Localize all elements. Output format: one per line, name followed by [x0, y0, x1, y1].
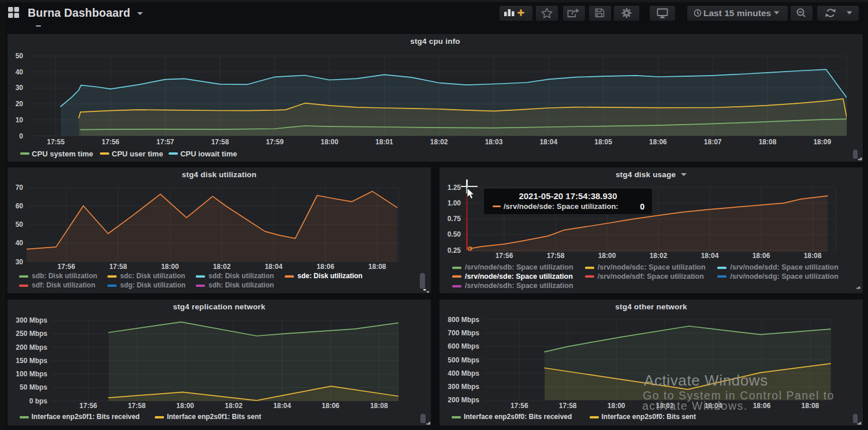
svg-text:20: 20	[16, 100, 24, 108]
svg-text:18:02: 18:02	[213, 263, 231, 271]
svg-text:50 Mbps: 50 Mbps	[20, 383, 47, 391]
svg-text:17:56: 17:56	[102, 138, 120, 146]
svg-text:18:03: 18:03	[485, 138, 503, 146]
svg-text:250 Mbps: 250 Mbps	[16, 330, 47, 338]
svg-text:18:02: 18:02	[430, 138, 448, 146]
svg-text:17:56: 17:56	[511, 402, 528, 410]
svg-text:18:07: 18:07	[704, 138, 722, 146]
svg-text:50: 50	[16, 220, 24, 229]
svg-text:18:00: 18:00	[598, 252, 616, 260]
svg-text:17:56: 17:56	[80, 402, 98, 410]
svg-text:18:05: 18:05	[594, 138, 612, 146]
svg-text:300 Mbps: 300 Mbps	[16, 316, 47, 324]
svg-text:40: 40	[16, 239, 24, 247]
svg-text:17:58: 17:58	[211, 138, 229, 146]
svg-text:18:06: 18:06	[316, 263, 334, 271]
svg-text:18:00: 18:00	[161, 263, 179, 271]
svg-text:100 Mbps: 100 Mbps	[16, 370, 47, 378]
svg-text:50: 50	[16, 52, 24, 60]
svg-text:0 bps: 0 bps	[29, 397, 48, 405]
svg-text:700 Mbps: 700 Mbps	[448, 329, 479, 337]
svg-text:1.25: 1.25	[448, 184, 461, 192]
svg-text:17:55: 17:55	[47, 138, 65, 146]
svg-text:150 Mbps: 150 Mbps	[16, 357, 47, 365]
svg-text:18:04: 18:04	[265, 263, 282, 271]
svg-text:30: 30	[16, 84, 24, 92]
svg-text:18:02: 18:02	[225, 402, 243, 410]
svg-text:17:59: 17:59	[266, 138, 284, 146]
svg-text:17:56: 17:56	[496, 252, 513, 260]
svg-text:18:02: 18:02	[650, 252, 668, 260]
svg-text:0.25: 0.25	[448, 246, 461, 255]
svg-text:30: 30	[16, 258, 24, 266]
svg-text:18:08: 18:08	[368, 263, 386, 271]
svg-text:18:08: 18:08	[370, 402, 388, 410]
svg-text:17:56: 17:56	[57, 263, 75, 271]
svg-text:18:00: 18:00	[176, 402, 194, 410]
svg-text:0: 0	[19, 132, 23, 140]
svg-text:200 Mbps: 200 Mbps	[448, 396, 479, 404]
svg-text:0.50: 0.50	[448, 230, 461, 238]
svg-text:Last 15 minutes: Last 15 minutes	[703, 8, 771, 18]
svg-text:18:08: 18:08	[759, 138, 777, 146]
svg-text:18:04: 18:04	[273, 402, 291, 410]
svg-text:18:06: 18:06	[649, 138, 667, 146]
svg-text:18:09: 18:09	[813, 138, 831, 146]
svg-text:18:08: 18:08	[804, 252, 822, 260]
svg-text:60: 60	[16, 202, 24, 210]
svg-text:18:06: 18:06	[752, 252, 770, 260]
svg-text:18:01: 18:01	[375, 138, 393, 146]
svg-text:40: 40	[16, 68, 24, 76]
svg-text:400 Mbps: 400 Mbps	[448, 369, 479, 377]
svg-text:18:06: 18:06	[322, 402, 340, 410]
svg-text:800 Mbps: 800 Mbps	[448, 316, 479, 324]
svg-text:18:08: 18:08	[802, 402, 819, 410]
svg-text:200 Mbps: 200 Mbps	[16, 343, 47, 352]
svg-text:17:58: 17:58	[559, 402, 577, 410]
svg-text:500 Mbps: 500 Mbps	[448, 356, 479, 364]
svg-text:18:06: 18:06	[753, 402, 771, 410]
svg-text:18:00: 18:00	[321, 138, 338, 146]
svg-text:17:58: 17:58	[128, 402, 146, 410]
svg-text:300 Mbps: 300 Mbps	[448, 383, 479, 391]
svg-text:1.00: 1.00	[448, 199, 461, 207]
svg-text:18:00: 18:00	[608, 402, 625, 410]
svg-text:0.75: 0.75	[448, 215, 461, 223]
svg-text:17:58: 17:58	[547, 252, 565, 260]
svg-text:17:57: 17:57	[157, 138, 174, 146]
svg-text:70: 70	[16, 184, 24, 192]
svg-text:600 Mbps: 600 Mbps	[448, 342, 479, 350]
svg-text:17:58: 17:58	[109, 263, 127, 271]
svg-text:18:04: 18:04	[539, 138, 557, 146]
svg-text:10: 10	[16, 116, 24, 124]
svg-text:18:04: 18:04	[701, 252, 719, 260]
